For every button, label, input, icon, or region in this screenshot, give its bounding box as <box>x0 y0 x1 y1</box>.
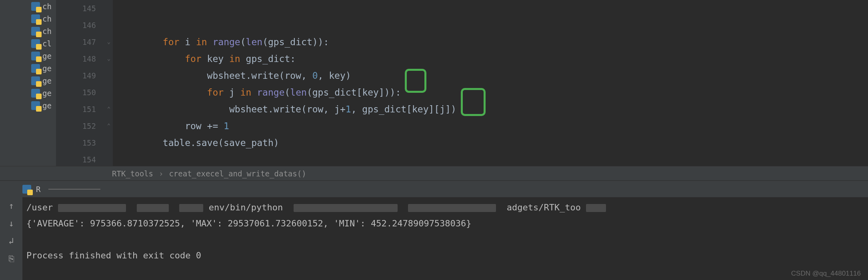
python-file-icon <box>31 76 40 85</box>
run-tab-bar[interactable]: R <box>0 180 868 197</box>
python-file-icon <box>31 2 40 11</box>
code-line[interactable]: wbsheet.write(row, j+1, gps_dict[key][j]… <box>118 101 868 118</box>
python-file-icon <box>22 185 31 194</box>
console-line: {'AVERAGE': 975366.8710372525, 'MAX': 29… <box>26 216 864 232</box>
tree-item[interactable]: ge <box>0 50 56 62</box>
line-number: 147 <box>56 34 96 50</box>
breadcrumb[interactable]: RTK_tools › creat_execel_and_write_datas… <box>0 166 868 180</box>
tree-item[interactable]: ch <box>0 0 56 12</box>
line-number: 153 <box>56 134 96 151</box>
code-line[interactable] <box>118 0 868 17</box>
code-line[interactable] <box>118 17 868 34</box>
tree-item-label: ge <box>42 101 52 110</box>
code-line[interactable]: for j in range(len(gps_dict[key])): <box>118 84 868 101</box>
tree-item[interactable]: ge <box>0 99 56 112</box>
tree-item-label: ch <box>42 14 52 23</box>
breadcrumb-current[interactable]: creat_execel_and_write_datas() <box>169 169 306 178</box>
console-line: Process finished with exit code 0 <box>26 248 864 264</box>
code-line[interactable]: row += 1 <box>118 118 868 134</box>
line-number: 151 <box>56 101 96 118</box>
line-number: 154 <box>56 151 96 168</box>
tree-item-label: cl <box>42 39 52 48</box>
watermark: CSDN @qq_44801116 <box>791 270 861 278</box>
fold-column[interactable]: ⌄ ⌄ ⌃ ⌃ <box>108 0 113 166</box>
tree-item[interactable]: ch <box>0 12 56 25</box>
python-file-icon <box>31 64 40 73</box>
project-tree[interactable]: ch ch ch cl ge ge ge ge ge <box>0 0 56 166</box>
tree-item[interactable]: ge <box>0 62 56 74</box>
console-line: /user env/bin/python adgets/RTK_too <box>26 200 864 216</box>
tree-item-label: ge <box>42 64 52 73</box>
tree-item[interactable]: ge <box>0 74 56 87</box>
line-number: 145 <box>56 0 96 17</box>
line-number: 149 <box>56 67 96 84</box>
fold-toggle-icon[interactable]: ⌄ <box>106 55 112 59</box>
export-icon[interactable]: ⎘ <box>6 253 16 264</box>
soft-wrap-icon[interactable]: ↲ <box>6 236 16 246</box>
fold-toggle-icon[interactable]: ⌄ <box>106 38 112 42</box>
code-line[interactable]: wbsheet.write(row, 0, key) <box>118 67 868 84</box>
redacted-text <box>48 189 100 190</box>
run-tab-label[interactable]: R <box>36 185 40 194</box>
run-console: ↑ ↓ ↲ ⎘ /user env/bin/python adgets/RTK_… <box>0 197 868 280</box>
console-line <box>26 232 864 248</box>
console-toolbar: ↑ ↓ ↲ ⎘ <box>0 197 22 280</box>
line-number: 152 <box>56 118 96 134</box>
chevron-right-icon: › <box>159 169 163 178</box>
line-number: 148 <box>56 50 96 67</box>
python-file-icon <box>31 39 40 48</box>
python-file-icon <box>31 101 40 110</box>
code-line[interactable]: for key in gps_dict: <box>118 50 868 67</box>
editor-area: ch ch ch cl ge ge ge ge ge 145 146 147 1… <box>0 0 868 166</box>
console-output[interactable]: /user env/bin/python adgets/RTK_too {'AV… <box>22 197 868 280</box>
code-line[interactable]: for i in range(len(gps_dict)): <box>118 34 868 50</box>
code-editor[interactable]: for i in range(len(gps_dict)): for key i… <box>113 0 868 166</box>
line-number: 150 <box>56 84 96 101</box>
python-file-icon <box>31 52 40 60</box>
tree-item-label: ge <box>42 89 52 98</box>
python-file-icon <box>31 27 40 36</box>
line-number: 146 <box>56 17 96 34</box>
tree-item[interactable]: cl <box>0 37 56 50</box>
code-line[interactable] <box>118 151 868 168</box>
tree-item[interactable]: ge <box>0 87 56 99</box>
tree-item[interactable]: ch <box>0 25 56 37</box>
tree-item-label: ch <box>42 2 52 11</box>
python-file-icon <box>31 89 40 98</box>
line-number-gutter: 145 146 147 148 149 150 151 152 153 154 <box>56 0 108 166</box>
tree-item-label: ge <box>42 76 52 85</box>
scroll-up-icon[interactable]: ↑ <box>6 200 16 211</box>
fold-end-icon[interactable]: ⌃ <box>106 122 112 126</box>
breadcrumb-parent[interactable]: RTK_tools <box>112 169 153 178</box>
scroll-down-icon[interactable]: ↓ <box>6 218 16 228</box>
code-line[interactable]: table.save(save_path) <box>118 134 868 151</box>
tree-item-label: ch <box>42 27 52 36</box>
fold-end-icon[interactable]: ⌃ <box>106 106 112 110</box>
tree-item-label: ge <box>42 52 52 60</box>
python-file-icon <box>31 14 40 23</box>
